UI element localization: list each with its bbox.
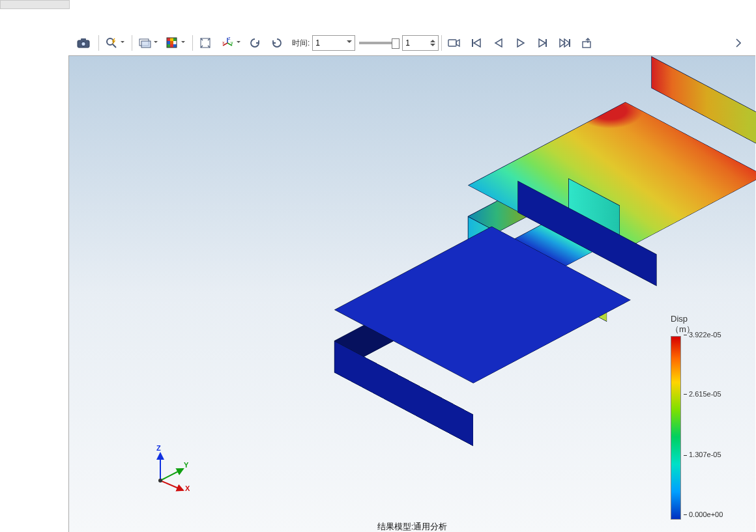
svg-rect-13 <box>167 44 170 48</box>
legend-tick: 1.307e-05 <box>684 451 721 458</box>
rotate-ccw-button[interactable] <box>245 33 265 53</box>
screenshot-button[interactable] <box>74 33 93 53</box>
magnifier-bolt-icon <box>106 37 117 49</box>
svg-rect-12 <box>173 41 177 44</box>
svg-rect-9 <box>173 38 177 41</box>
legend-tick: 0.000e+00 <box>684 511 723 518</box>
step-back-icon <box>494 38 503 48</box>
svg-rect-1 <box>81 38 86 41</box>
orientation-triad: Z Y X <box>147 441 199 494</box>
export-icon <box>581 38 593 48</box>
svg-line-30 <box>160 469 183 481</box>
separator <box>98 35 99 51</box>
rotate-ccw-icon <box>249 37 261 49</box>
legend-tick: 2.615e-05 <box>684 390 721 398</box>
play-button[interactable] <box>511 33 531 53</box>
svg-point-3 <box>107 38 113 45</box>
svg-text:x: x <box>222 40 225 45</box>
fit-bounds-icon <box>199 37 211 49</box>
svg-rect-14 <box>170 44 173 48</box>
legend-colorbar <box>671 336 681 520</box>
svg-rect-11 <box>170 41 173 44</box>
first-frame-button[interactable] <box>467 33 486 53</box>
chevron-right-icon <box>736 38 741 48</box>
svg-text:y: y <box>231 40 233 46</box>
frame-combo-value: 1 <box>315 38 320 48</box>
frame-spinner-value: 1 <box>405 38 410 48</box>
stacked-sheets-icon <box>138 38 151 48</box>
legend-ticks: 3.922e-052.615e-051.307e-050.000e+00 <box>684 333 736 516</box>
legend-title-line1: Disp <box>671 314 688 324</box>
svg-rect-27 <box>569 39 570 47</box>
expand-arrow-button[interactable] <box>729 33 748 53</box>
camera-icon <box>77 38 90 48</box>
svg-rect-7 <box>167 38 170 41</box>
app-window: zyx 时间: 1 1 <box>0 0 756 532</box>
slider-thumb[interactable] <box>392 38 400 49</box>
rotate-cw-button[interactable] <box>267 33 287 53</box>
time-label: 时间: <box>292 38 310 49</box>
prev-frame-button[interactable] <box>489 33 508 53</box>
window-tab-stub <box>0 0 70 9</box>
viewer-toolbar: zyx 时间: 1 1 <box>68 31 756 55</box>
colormap-button[interactable] <box>162 33 182 53</box>
svg-rect-15 <box>173 44 177 48</box>
frame-spinner[interactable]: 1 <box>402 35 439 51</box>
spinner-arrows[interactable] <box>430 37 437 49</box>
axis-x-label: X <box>185 484 190 492</box>
time-slider[interactable] <box>359 42 398 44</box>
axes-orientation-button[interactable]: zyx <box>218 33 237 53</box>
export-animation-button[interactable] <box>577 33 597 53</box>
svg-rect-28 <box>583 42 590 48</box>
separator <box>132 35 132 51</box>
viewport-caption: 结果模型:通用分析 <box>69 521 755 532</box>
quick-zoom-button[interactable] <box>102 33 121 53</box>
rotate-cw-icon <box>271 37 283 49</box>
svg-rect-6 <box>141 41 151 48</box>
camcorder-icon <box>448 38 461 48</box>
play-icon <box>516 38 525 48</box>
svg-rect-8 <box>170 38 173 41</box>
step-forward-icon <box>538 38 548 48</box>
legend-tick: 3.922e-05 <box>684 331 721 339</box>
separator <box>192 35 193 51</box>
3d-viewport[interactable]: Z Y X Disp （m） 3.922e-052.615e-051.307e-… <box>68 55 755 532</box>
svg-line-4 <box>113 44 116 48</box>
fit-view-button[interactable] <box>196 33 215 53</box>
triad-icon <box>147 441 199 494</box>
axis-y-label: Y <box>184 461 188 469</box>
last-frame-button[interactable] <box>555 33 575 53</box>
frame-combo[interactable]: 1 <box>312 35 355 51</box>
skip-last-icon <box>559 38 571 48</box>
svg-point-32 <box>158 479 162 483</box>
next-frame-button[interactable] <box>533 33 553 53</box>
rubiks-cube-icon <box>166 37 178 49</box>
view-layers-button[interactable] <box>135 33 154 53</box>
color-legend: Disp （m） 3.922e-052.615e-051.307e-050.00… <box>671 314 742 520</box>
svg-rect-26 <box>545 39 547 47</box>
svg-rect-24 <box>448 40 456 46</box>
record-button[interactable] <box>444 33 464 53</box>
xyz-axes-icon: zyx <box>221 36 234 49</box>
svg-point-2 <box>81 42 85 46</box>
svg-rect-10 <box>167 41 170 44</box>
separator <box>441 35 442 51</box>
axis-z-label: Z <box>156 444 161 452</box>
svg-line-31 <box>160 481 183 490</box>
skip-first-icon <box>471 38 482 48</box>
titlebar-area <box>0 0 756 26</box>
